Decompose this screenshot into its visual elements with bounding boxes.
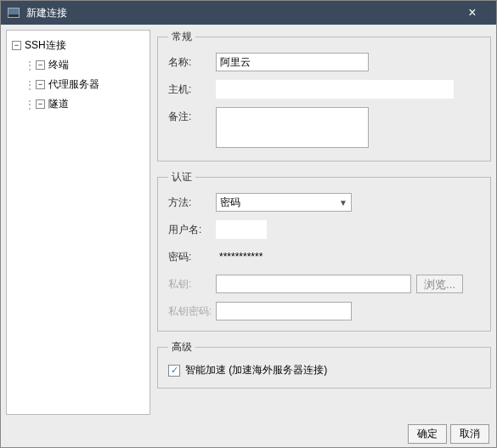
tree-label: 隧道 [48,97,69,111]
method-label: 方法: [168,193,216,210]
tree-line-icon: ⋮ [24,60,36,71]
chevron-down-icon: ▼ [336,198,351,207]
legend-advanced: 高级 [168,340,195,354]
group-auth: 认证 方法: 密码 ▼ 用户名: 密码: [157,170,491,332]
name-label: 名称: [168,53,216,70]
user-input[interactable] [216,220,267,239]
accel-label: 智能加速 (加速海外服务器连接) [185,363,327,377]
privpass-input[interactable] [216,302,352,320]
tree-line-icon: ⋮ [24,99,36,111]
ok-button[interactable]: 确定 [408,424,447,444]
dialog-window: 新建连接 × − SSH连接 ⋮ − 终端 ⋮ − 代理服务器 ⋮ − 隧道 [0,0,497,448]
privkey-input[interactable] [216,275,411,293]
legend-auth: 认证 [168,170,195,184]
collapse-icon[interactable]: − [36,80,45,89]
footer: 确定 取消 [1,420,496,447]
main-panel: 常规 名称: 主机: 备注: 认证 方法: [150,25,496,420]
browse-button[interactable]: 浏览... [416,275,463,293]
sidebar: − SSH连接 ⋮ − 终端 ⋮ − 代理服务器 ⋮ − 隧道 [6,30,150,415]
password-input[interactable] [216,247,352,266]
tree-label: SSH连接 [25,38,66,53]
privpass-label: 私钥密码: [168,302,216,319]
legend-general: 常规 [168,30,195,44]
tree-label: 代理服务器 [48,77,99,92]
accel-checkbox[interactable]: ✓ [168,365,180,377]
note-textarea[interactable] [216,107,369,148]
app-icon [8,8,20,18]
host-label: 主机: [168,80,216,97]
name-input[interactable] [216,53,369,71]
close-icon[interactable]: × [455,5,489,20]
method-value: 密码 [220,196,240,210]
host-input[interactable] [216,80,454,99]
password-label: 密码: [168,247,216,264]
tree-label: 终端 [48,58,69,72]
group-general: 常规 名称: 主机: 备注: [157,30,491,162]
group-advanced: 高级 ✓ 智能加速 (加速海外服务器连接) [157,340,491,388]
window-title: 新建连接 [26,6,455,20]
cancel-button[interactable]: 取消 [450,424,489,444]
dialog-body: − SSH连接 ⋮ − 终端 ⋮ − 代理服务器 ⋮ − 隧道 常规 [1,25,496,420]
tree-line-icon: ⋮ [24,79,36,91]
note-label: 备注: [168,107,216,124]
tree-item-terminal[interactable]: ⋮ − 终端 [10,55,146,75]
collapse-icon[interactable]: − [36,99,45,109]
tree-item-proxy[interactable]: ⋮ − 代理服务器 [10,75,146,94]
check-icon: ✓ [171,365,178,376]
collapse-icon[interactable]: − [12,41,21,50]
user-label: 用户名: [168,220,216,237]
tree-item-tunnel[interactable]: ⋮ − 隧道 [10,94,146,114]
tree-root-ssh[interactable]: − SSH连接 [10,36,146,55]
collapse-icon[interactable]: − [36,60,45,70]
titlebar: 新建连接 × [1,1,496,25]
privkey-label: 私钥: [168,275,216,292]
method-combo[interactable]: 密码 ▼ [216,193,352,212]
